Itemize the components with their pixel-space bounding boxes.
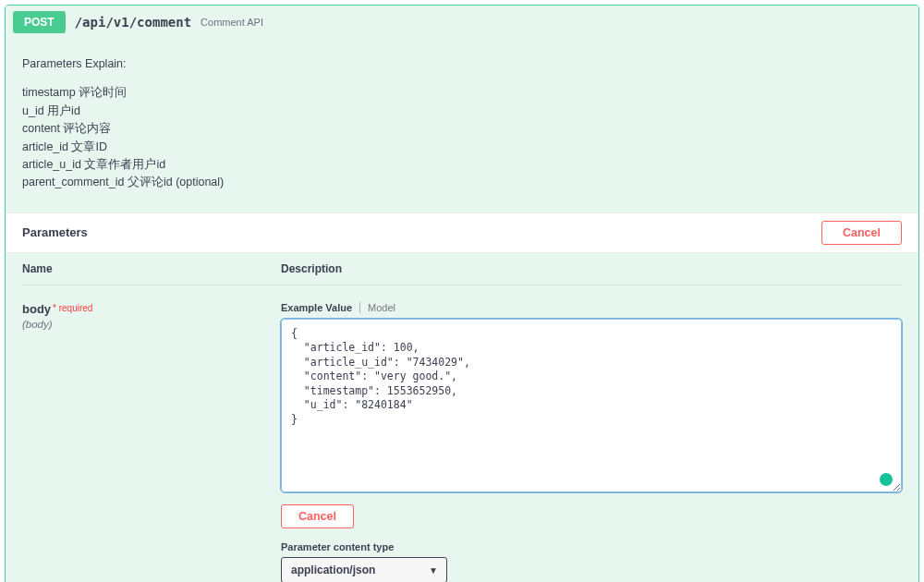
endpoint-summary: Comment API — [201, 17, 263, 28]
body-textarea[interactable] — [281, 319, 902, 492]
body-cancel-button[interactable]: Cancel — [281, 504, 354, 528]
endpoint-path: /api/v1/comment — [75, 15, 191, 30]
tab-example-value[interactable]: Example Value — [281, 302, 360, 313]
parameter-name-col: body* required (body) — [22, 295, 281, 582]
tab-model[interactable]: Model — [360, 302, 395, 313]
description-line: u_id 用户id — [22, 103, 902, 120]
description-line: article_u_id 文章作者用户id — [22, 156, 902, 174]
parameters-columns-header: Name Description — [22, 253, 902, 285]
content-type-select-wrap: application/json ▼ — [281, 557, 447, 582]
operation-header[interactable]: POST /api/v1/comment Comment API — [6, 6, 918, 39]
column-name-header: Name — [22, 262, 281, 275]
parameter-row: body* required (body) Example ValueModel… — [22, 295, 902, 582]
parameter-type: (body) — [22, 319, 281, 330]
content-type-select[interactable]: application/json — [281, 557, 447, 582]
description-title: Parameters Explain: — [22, 55, 902, 73]
grammarly-icon[interactable] — [880, 473, 893, 486]
description-line: content 评论内容 — [22, 120, 902, 138]
description-line: parent_comment_id 父评论id (optional) — [22, 174, 902, 191]
parameter-name: body — [22, 302, 51, 316]
required-indicator: * required — [53, 303, 92, 313]
parameter-description-col: Example ValueModel Cancel Parameter cont… — [281, 295, 902, 582]
parameters-heading: Parameters — [22, 225, 88, 239]
content-type-label: Parameter content type — [281, 541, 902, 552]
description-line: timestamp 评论时间 — [22, 84, 902, 102]
description-block: Parameters Explain: timestamp 评论时间 u_id … — [6, 39, 918, 212]
body-textarea-wrap — [281, 319, 902, 495]
parameters-bar: Parameters Cancel — [6, 212, 918, 253]
column-description-header: Description — [281, 262, 902, 275]
http-method-badge: POST — [13, 11, 66, 33]
description-line: article_id 文章ID — [22, 139, 902, 156]
model-tabs: Example ValueModel — [281, 302, 902, 313]
try-out-cancel-button[interactable]: Cancel — [821, 221, 902, 245]
parameters-body: Name Description body* required (body) E… — [6, 253, 918, 582]
api-operation-panel: POST /api/v1/comment Comment API Paramet… — [5, 5, 919, 582]
